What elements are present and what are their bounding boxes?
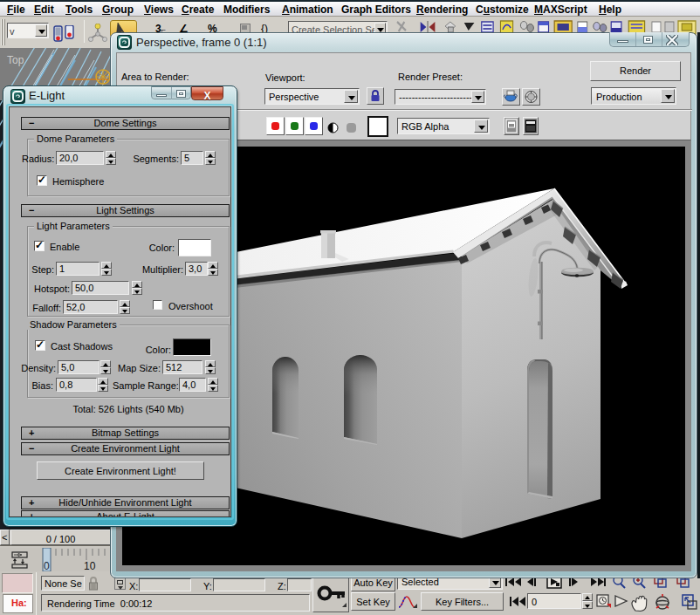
svg-text:0: 0 [44, 560, 50, 571]
svg-text:Top: Top [7, 54, 24, 66]
svg-text:10: 10 [84, 560, 96, 571]
